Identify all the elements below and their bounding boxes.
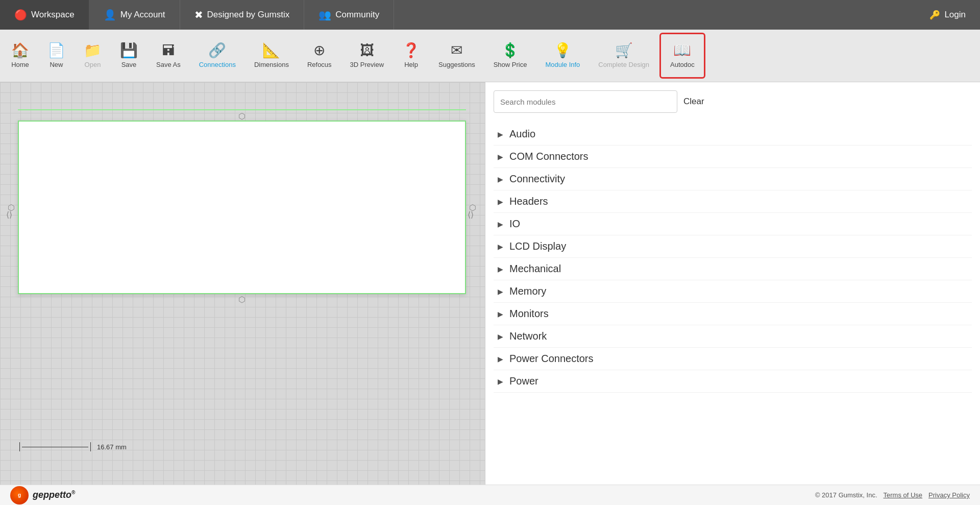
main-area: ⬡ ⬡ ⬡ ⬡ ⟨⟩ ⟨⟩ 16.67 mm Clear ▶Audio▶COM … bbox=[0, 82, 980, 485]
save-as-icon: 🖬 bbox=[161, 43, 176, 58]
terms-link[interactable]: Terms of Use bbox=[884, 491, 923, 499]
footer-links: © 2017 Gumstix, Inc. Terms of Use Privac… bbox=[815, 491, 970, 499]
module-label: Power bbox=[509, 375, 538, 387]
module-arrow: ▶ bbox=[498, 130, 503, 138]
module-info-icon: 💡 bbox=[554, 43, 572, 58]
module-arrow: ▶ bbox=[498, 153, 503, 161]
module-arrow: ▶ bbox=[498, 175, 503, 183]
help-button[interactable]: ❓ Help bbox=[393, 30, 429, 82]
module-arrow: ▶ bbox=[498, 287, 503, 296]
dimensions-icon: 📐 bbox=[262, 43, 280, 58]
module-item[interactable]: ▶Network bbox=[494, 325, 972, 348]
clear-button[interactable]: Clear bbox=[683, 97, 704, 107]
complete-design-icon: 🛒 bbox=[615, 43, 633, 58]
right-sidebar: Clear ▶Audio▶COM Connectors▶Connectivity… bbox=[485, 82, 980, 485]
footer: g geppetto® © 2017 Gumstix, Inc. Terms o… bbox=[0, 485, 980, 505]
search-row: Clear bbox=[494, 90, 972, 113]
design-board[interactable]: ⬡ ⬡ ⬡ ⬡ bbox=[18, 121, 466, 294]
connections-button[interactable]: 🔗 Connections bbox=[190, 30, 245, 82]
privacy-link[interactable]: Privacy Policy bbox=[928, 491, 970, 499]
module-item[interactable]: ▶Connectivity bbox=[494, 168, 972, 190]
open-button[interactable]: 📁 Open bbox=[75, 30, 111, 82]
canvas-left-handle[interactable]: ⟨⟩ bbox=[6, 210, 12, 220]
geppetto-logo-icon: g bbox=[10, 486, 29, 504]
home-icon: 🏠 bbox=[11, 43, 29, 58]
module-label: IO bbox=[509, 218, 520, 230]
module-item[interactable]: ▶Headers bbox=[494, 190, 972, 213]
nav-login[interactable]: 🔑 Login bbox=[915, 0, 980, 30]
autodoc-icon: 📖 bbox=[673, 43, 691, 58]
nav-my-account[interactable]: 👤 My Account bbox=[89, 0, 180, 30]
save-as-button[interactable]: 🖬 Save As bbox=[147, 30, 190, 82]
module-arrow: ▶ bbox=[498, 377, 503, 386]
resize-handle-top[interactable]: ⬡ bbox=[238, 111, 246, 121]
module-item[interactable]: ▶Audio bbox=[494, 123, 972, 146]
home-button[interactable]: 🏠 Home bbox=[2, 30, 38, 82]
module-label: Mechanical bbox=[509, 263, 561, 275]
module-arrow: ▶ bbox=[498, 220, 503, 228]
resize-handle-bottom[interactable]: ⬡ bbox=[238, 295, 246, 304]
ruler-left-tick bbox=[19, 442, 20, 451]
footer-logo: g geppetto® bbox=[10, 486, 75, 504]
login-icon: 🔑 bbox=[929, 10, 940, 20]
toolbar: 🏠 Home 📄 New 📁 Open 💾 Save 🖬 Save As 🔗 C… bbox=[0, 30, 980, 82]
module-arrow: ▶ bbox=[498, 243, 503, 251]
module-item[interactable]: ▶Monitors bbox=[494, 303, 972, 325]
module-label: Connectivity bbox=[509, 173, 565, 185]
canvas-area[interactable]: ⬡ ⬡ ⬡ ⬡ ⟨⟩ ⟨⟩ 16.67 mm bbox=[0, 82, 485, 485]
ruler-line bbox=[22, 447, 88, 447]
preview3d-button[interactable]: 🖼 3D Preview bbox=[341, 30, 393, 82]
complete-design-button[interactable]: 🛒 Complete Design bbox=[589, 30, 658, 82]
community-label: Community bbox=[335, 10, 379, 20]
gumstix-label: Designed by Gumstix bbox=[207, 10, 290, 20]
module-label: Monitors bbox=[509, 308, 549, 320]
module-info-button[interactable]: 💡 Module Info bbox=[536, 30, 589, 82]
nav-designed-by-gumstix[interactable]: ✖ Designed by Gumstix bbox=[180, 0, 305, 30]
suggestions-button[interactable]: ✉ Suggestions bbox=[429, 30, 484, 82]
my-account-label: My Account bbox=[120, 10, 165, 20]
module-item[interactable]: ▶Memory bbox=[494, 280, 972, 303]
autodoc-button[interactable]: 📖 Autodoc bbox=[659, 33, 705, 79]
gumstix-icon: ✖ bbox=[194, 9, 203, 21]
login-label: Login bbox=[944, 10, 966, 20]
save-icon: 💾 bbox=[120, 43, 138, 58]
module-label: Power Connectors bbox=[509, 353, 594, 365]
module-item[interactable]: ▶Mechanical bbox=[494, 258, 972, 280]
module-label: Memory bbox=[509, 285, 546, 297]
my-account-icon: 👤 bbox=[104, 9, 116, 21]
suggestions-icon: ✉ bbox=[451, 43, 462, 58]
module-item[interactable]: ▶Power Connectors bbox=[494, 348, 972, 370]
nav-community[interactable]: 👥 Community bbox=[304, 0, 394, 30]
new-button[interactable]: 📄 New bbox=[38, 30, 75, 82]
top-nav: 🔴 Workspace 👤 My Account ✖ Designed by G… bbox=[0, 0, 980, 30]
module-item[interactable]: ▶LCD Display bbox=[494, 235, 972, 258]
search-input[interactable] bbox=[494, 90, 677, 113]
measurement-ruler: 16.67 mm bbox=[19, 442, 127, 451]
module-list: ▶Audio▶COM Connectors▶Connectivity▶Heade… bbox=[494, 123, 972, 393]
module-label: Headers bbox=[509, 196, 548, 207]
module-item[interactable]: ▶IO bbox=[494, 213, 972, 235]
help-icon: ❓ bbox=[402, 43, 420, 58]
show-price-icon: 💲 bbox=[501, 43, 519, 58]
dimensions-button[interactable]: 📐 Dimensions bbox=[245, 30, 298, 82]
geppetto-brand: geppetto® bbox=[33, 490, 75, 500]
community-icon: 👥 bbox=[318, 9, 331, 21]
module-item[interactable]: ▶COM Connectors bbox=[494, 146, 972, 168]
module-arrow: ▶ bbox=[498, 198, 503, 206]
workspace-icon: 🔴 bbox=[14, 9, 27, 21]
open-icon: 📁 bbox=[84, 43, 102, 58]
module-label: Audio bbox=[509, 128, 535, 140]
module-arrow: ▶ bbox=[498, 355, 503, 363]
canvas-right-handle[interactable]: ⟨⟩ bbox=[468, 210, 474, 220]
new-icon: 📄 bbox=[47, 43, 65, 58]
show-price-button[interactable]: 💲 Show Price bbox=[484, 30, 536, 82]
green-guideline bbox=[18, 109, 466, 110]
measurement-value: 16.67 mm bbox=[97, 443, 127, 451]
module-item[interactable]: ▶Power bbox=[494, 370, 972, 393]
refocus-icon: ⊕ bbox=[313, 43, 325, 58]
refocus-button[interactable]: ⊕ Refocus bbox=[298, 30, 341, 82]
save-button[interactable]: 💾 Save bbox=[111, 30, 147, 82]
module-arrow: ▶ bbox=[498, 332, 503, 341]
preview3d-icon: 🖼 bbox=[360, 43, 374, 58]
nav-workspace[interactable]: 🔴 Workspace bbox=[0, 0, 89, 30]
